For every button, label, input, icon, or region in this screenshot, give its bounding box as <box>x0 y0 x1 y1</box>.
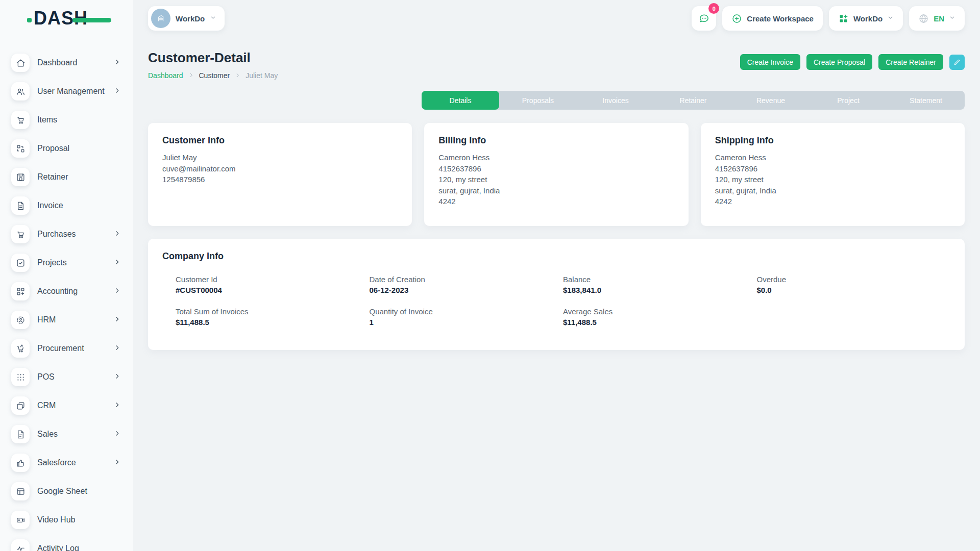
create-invoice-button[interactable]: Create Invoice <box>740 54 800 70</box>
sidebar-item-video-hub[interactable]: Video Hub <box>11 511 120 529</box>
pencil-icon <box>953 59 961 66</box>
detail-tabs: Details Proposals Invoices Retainer Reve… <box>422 91 965 110</box>
sidebar-item-label: Sales <box>37 430 114 439</box>
billing-street: 120, my street <box>438 174 674 185</box>
sidebar-item-label: Purchases <box>37 230 114 239</box>
card-title: Customer Info <box>162 135 398 146</box>
breadcrumb-current: Juliet May <box>246 71 278 80</box>
sidebar-item-hrm[interactable]: HRM <box>11 311 120 329</box>
grid-plus-icon <box>11 282 30 300</box>
sidebar: DASH Dashboard User Management Items Pro… <box>0 0 133 551</box>
breadcrumb-customer-link[interactable]: Customer <box>199 71 230 80</box>
chevron-down-icon <box>210 14 216 23</box>
workspace-switcher[interactable]: WorkDo <box>148 6 225 31</box>
sidebar-item-purchases[interactable]: Purchases <box>11 225 120 243</box>
sidebar-item-activity-log[interactable]: Activity Log <box>11 539 120 551</box>
person-scan-icon <box>11 311 30 329</box>
sidebar-item-label: Proposal <box>37 144 120 153</box>
customer-phone: 1254879856 <box>162 174 398 185</box>
sidebar-item-label: Retainer <box>37 172 120 182</box>
card-title: Billing Info <box>438 135 674 146</box>
billing-info-card: Billing Info Cameron Hess 4152637896 120… <box>424 123 688 226</box>
field-date-of-creation: Date of Creation 06-12-2023 <box>370 275 564 294</box>
sidebar-item-invoice[interactable]: Invoice <box>11 196 120 215</box>
sidebar-item-label: Projects <box>37 258 114 267</box>
sidebar-item-dashboard[interactable]: Dashboard <box>11 54 120 72</box>
sidebar-item-pos[interactable]: POS <box>11 368 120 386</box>
sidebar-item-label: HRM <box>37 315 114 324</box>
chevron-right-icon <box>114 430 120 439</box>
tab-statement[interactable]: Statement <box>887 91 965 110</box>
cart-arrow-icon <box>11 339 30 358</box>
create-workspace-button[interactable]: Create Workspace <box>722 6 823 31</box>
floppy-icon <box>11 168 30 186</box>
tab-retainer[interactable]: Retainer <box>654 91 732 110</box>
chevron-right-icon <box>114 287 120 296</box>
sidebar-item-sales[interactable]: Sales <box>11 425 120 443</box>
breadcrumb-dashboard-link[interactable]: Dashboard <box>148 71 183 80</box>
sidebar-item-retainer[interactable]: Retainer <box>11 168 120 186</box>
create-workspace-label: Create Workspace <box>747 14 814 23</box>
create-retainer-button[interactable]: Create Retainer <box>878 54 943 70</box>
messages-button[interactable]: 0 <box>692 6 716 31</box>
field-balance: Balance $183,841.0 <box>563 275 757 294</box>
edit-customer-button[interactable] <box>949 55 965 70</box>
billing-phone: 4152637896 <box>438 163 674 174</box>
field-total-sum-of-invoices: Total Sum of Invoices $11,488.5 <box>176 307 370 327</box>
file-text-icon <box>11 196 30 215</box>
workspace-name: WorkDo <box>176 14 205 23</box>
chevron-right-icon <box>114 458 120 467</box>
sidebar-item-label: Accounting <box>37 287 114 296</box>
shipping-info-card: Shipping Info Cameron Hess 4152637896 12… <box>701 123 965 226</box>
card-title: Company Info <box>162 251 950 262</box>
messages-badge: 0 <box>708 3 719 14</box>
cart-icon <box>11 111 30 129</box>
grid-plus-icon <box>838 13 849 24</box>
card-title: Shipping Info <box>715 135 950 146</box>
chevron-down-icon <box>949 14 955 23</box>
logo[interactable]: DASH <box>0 0 133 37</box>
sidebar-item-items[interactable]: Items <box>11 111 120 129</box>
tab-revenue[interactable]: Revenue <box>732 91 810 110</box>
sidebar-nav: Dashboard User Management Items Proposal… <box>0 37 133 551</box>
apps-dropdown[interactable]: WorkDo <box>829 6 903 31</box>
tab-invoices[interactable]: Invoices <box>577 91 654 110</box>
sidebar-item-label: Video Hub <box>37 515 120 524</box>
table-icon <box>11 482 30 500</box>
sidebar-item-projects[interactable]: Projects <box>11 254 120 272</box>
shipping-street: 120, my street <box>715 174 950 185</box>
home-icon <box>11 54 30 72</box>
check-square-icon <box>11 254 30 272</box>
sidebar-item-procurement[interactable]: Procurement <box>11 339 120 358</box>
shipping-zip: 4242 <box>715 196 950 207</box>
create-proposal-button[interactable]: Create Proposal <box>806 54 872 70</box>
sidebar-item-accounting[interactable]: Accounting <box>11 282 120 300</box>
video-camera-icon <box>11 511 30 529</box>
sidebar-item-label: Google Sheet <box>37 487 120 496</box>
tab-project[interactable]: Project <box>810 91 887 110</box>
apps-dropdown-label: WorkDo <box>853 14 883 23</box>
sidebar-item-user-management[interactable]: User Management <box>11 82 120 101</box>
sidebar-item-crm[interactable]: CRM <box>11 396 120 415</box>
users-icon <box>11 82 30 101</box>
field-quantity-of-invoice: Quantity of Invoice 1 <box>370 307 564 327</box>
field-average-sales: Average Sales $11,488.5 <box>563 307 757 327</box>
field-customer-id: Customer Id #CUST00004 <box>176 275 370 294</box>
sidebar-item-proposal[interactable]: Proposal <box>11 139 120 158</box>
language-selector[interactable]: EN <box>909 6 965 31</box>
file-icon <box>11 425 30 443</box>
sidebar-item-label: Salesforce <box>37 458 114 467</box>
breadcrumb: Dashboard Customer Juliet May <box>148 71 278 80</box>
chevron-right-icon <box>114 372 120 382</box>
logo-dot <box>27 18 32 22</box>
tab-details[interactable]: Details <box>422 91 499 110</box>
billing-city: surat, gujrat, India <box>438 185 674 196</box>
sidebar-item-label: Items <box>37 115 120 124</box>
sidebar-item-salesforce[interactable]: Salesforce <box>11 454 120 472</box>
sidebar-item-google-sheet[interactable]: Google Sheet <box>11 482 120 500</box>
tab-proposals[interactable]: Proposals <box>499 91 577 110</box>
topbar-controls: 0 Create Workspace WorkDo EN <box>692 6 965 31</box>
logo-dash-bar <box>72 18 111 22</box>
sidebar-item-label: User Management <box>37 87 114 96</box>
shipping-city: surat, gujrat, India <box>715 185 950 196</box>
